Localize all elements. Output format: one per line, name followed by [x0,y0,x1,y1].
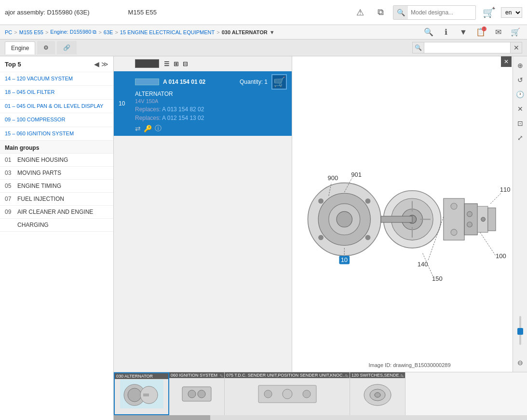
breadcrumb-pc[interactable]: PC [5,29,12,35]
collapse-btn[interactable]: ◀ [94,60,99,68]
part-actions: ⇄ 🔑 ⓘ [135,124,287,133]
breadcrumb-m155[interactable]: M155 E55 [19,29,43,35]
thumb-img-075 [225,372,350,415]
main-groups-title: Main groups [0,141,113,154]
sidebar-item-vacuum[interactable]: 14 – 120 VACUUM SYSTEM [0,72,113,86]
sidebar-item-ignition[interactable]: 15 – 060 IGNITION SYSTEM [0,127,113,141]
thumb-label-060: 060 IGNITION SYSTEM [169,372,224,378]
tab-settings[interactable]: ⚙ [37,41,55,54]
svg-point-26 [481,217,486,222]
zoom-out-btn[interactable]: ⊖ [514,356,527,369]
copy-icon[interactable]: ⧉ [373,5,388,20]
language-select[interactable]: en de fr [501,7,522,18]
zoom-tool-btn[interactable]: 🔍 [422,26,435,39]
search-button[interactable]: 🔍 [393,5,408,20]
sidebar-item-compressor[interactable]: 09 – 100 COMPRESSOR [0,113,113,127]
breadcrumb-tools: 🔍 ℹ ▼ 📋! ✉ 🛒 [422,26,522,39]
svg-point-23 [451,229,457,236]
diagram-close-btn[interactable]: ✕ [501,56,512,67]
top5-controls: ◀ ≫ [94,60,108,68]
svg-rect-19 [464,204,477,235]
center-top: ☰ ⊞ ⊟ 10 A 014 154 01 02 Quantity: 1 🛒 [114,56,527,372]
horizontal-scrollbar[interactable] [114,415,527,420]
main-group-charging[interactable]: CHARGING [0,219,113,232]
fit-btn[interactable]: ⊡ [514,117,527,130]
rotate-btn[interactable]: ↺ [514,74,527,86]
svg-point-44 [128,388,141,402]
tab-engine[interactable]: Engine [5,41,35,54]
thumb-060-ignition[interactable]: 060 IGNITION SYSTEM ✎ [169,372,225,415]
cart-tool-btn[interactable]: 🛒 [509,26,522,39]
breadcrumb-63e[interactable]: 63E [104,29,113,35]
thumb-edit-120: ✎ [400,373,404,379]
top5-title: Top 5 [5,61,21,68]
main-group-05[interactable]: 05 ENGINE TIMING [0,180,113,193]
part-action-arrows[interactable]: ⇄ [135,124,141,133]
slider-track [519,316,521,345]
svg-text:100: 100 [496,252,506,260]
scrollbar-thumb[interactable] [114,415,210,420]
part-action-key[interactable]: 🔑 [144,124,152,133]
thumb-img-120 [350,372,405,415]
zoom-in-btn[interactable]: ⊕ [514,59,527,72]
thumb-120-switches[interactable]: 120 SWITCHES,SENDER UNITS,SENSORS ✎ [350,372,405,415]
svg-text:150: 150 [432,275,443,282]
replaces-link-1[interactable]: A 013 154 82 02 [162,106,204,113]
main-group-01[interactable]: 01 ENGINE HOUSING [0,154,113,167]
svg-text:10: 10 [341,256,348,263]
zoom-slider [519,316,521,354]
breadcrumb-engine[interactable]: Engine: D155980 ⧉ [50,29,96,35]
part-action-info[interactable]: ⓘ [155,124,162,133]
main-group-03[interactable]: 03 MOVING PARTS [0,167,113,180]
main-group-09[interactable]: 09 AIR CLEANER AND ENGINE [0,206,113,219]
parts-panel: ☰ ⊞ ⊟ 10 A 014 154 01 02 Quantity: 1 🛒 [114,56,292,372]
cart-button[interactable]: 🛒+ [481,5,496,20]
add-to-cart-btn[interactable]: 🛒 [271,74,287,90]
part-col-icons: ☰ ⊞ ⊟ [164,60,287,67]
slider-thumb[interactable] [517,328,523,335]
header-icons: ⚠ ⧉ 🔍 🛒+ en de fr [352,5,522,20]
mail-tool-btn[interactable]: ✉ [491,26,505,39]
svg-point-8 [365,235,371,240]
part-code: A 014 154 01 02 [163,79,205,85]
svg-point-5 [365,198,371,204]
svg-point-55 [303,390,311,398]
part-row-top: A 014 154 01 02 Quantity: 1 🛒 [135,74,287,90]
thumb-030-alternator[interactable]: 030 ALTERNATOR [114,372,169,415]
model-search-input[interactable] [408,9,475,16]
thumb-edit-060: ✎ [219,373,223,379]
notif-tool-btn[interactable]: 📋! [474,26,487,39]
svg-point-54 [283,389,292,399]
tab-link[interactable]: 🔗 [57,41,77,54]
svg-point-59 [375,393,380,397]
replaces-link-2[interactable]: A 012 154 13 02 [162,115,204,121]
header: ajor assembly: D155980 (63E) M155 E55 ⚠ … [0,0,527,25]
sidebar-item-oil-pan[interactable]: 01 – 045 OIL PAN & OIL LEVEL DISPLAY [0,100,113,113]
svg-text:110: 110 [500,186,511,193]
expand-img-btn[interactable]: ⤢ [514,131,527,144]
info-tool-btn[interactable]: ℹ [439,26,453,39]
expand-btn[interactable]: ≫ [101,60,108,68]
sidebar-item-oil-filter[interactable]: 18 – 045 OIL FILTER [0,86,113,99]
expand-view-btn[interactable]: ⊟ [183,60,188,67]
thumb-edit-075: ✎ [345,373,349,379]
breadcrumb-dropdown[interactable]: ▼ [270,29,275,35]
history-btn[interactable]: 🕐 [514,88,527,101]
main-group-07[interactable]: 07 FUEL INJECTION [0,193,113,206]
model-search-box: 🔍 [393,5,476,20]
filter-tool-btn[interactable]: ▼ [457,26,470,39]
diagram-svg: 900 901 10 110 140 100 [292,56,527,372]
tab-search-input[interactable] [424,42,511,53]
diagram-area: ✕ [292,56,527,372]
thumb-075-tdc[interactable]: 075 T.D.C. SENDER UNIT,POSITION SENDER U… [225,372,350,415]
grid-view-btn[interactable]: ⊞ [174,60,179,67]
tab-clear-btn[interactable]: ✕ [511,42,522,53]
breadcrumb-15eng[interactable]: 15 ENGINE ELECTRICAL EQUIPMENT [120,29,215,35]
svg-text:901: 901 [351,171,362,178]
parts-header-row: ☰ ⊞ ⊟ [114,56,292,71]
thumb-label-030: 030 ALTERNATOR [115,373,168,379]
list-view-btn[interactable]: ☰ [164,60,170,67]
warning-icon[interactable]: ⚠ [352,5,368,20]
close-img-btn[interactable]: ✕ [514,103,527,115]
breadcrumb-active: 030 ALTERNATOR [222,29,268,35]
